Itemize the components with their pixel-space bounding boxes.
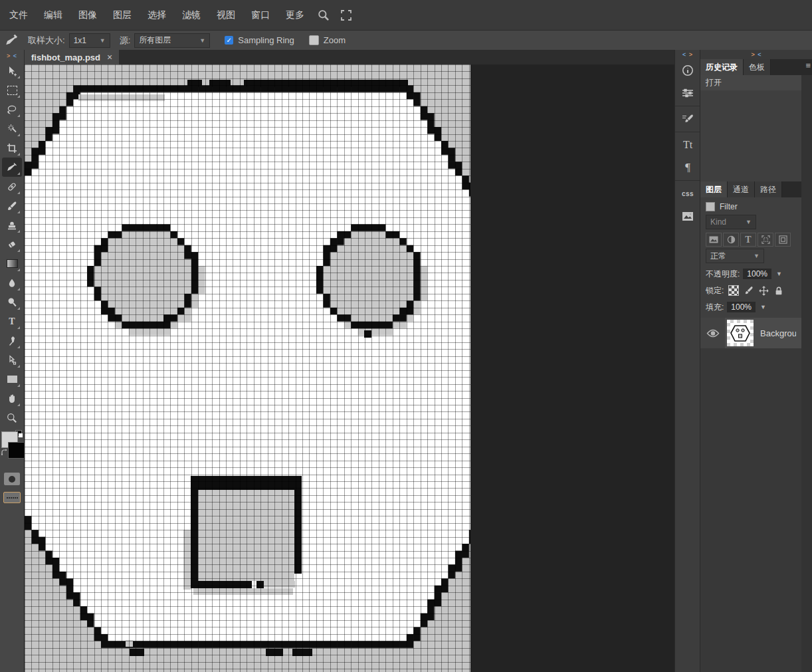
document-tab[interactable]: fishbot_map.psd × (25, 50, 119, 64)
character-panel-button[interactable]: Tt (675, 134, 700, 156)
marquee-select-tool[interactable] (2, 80, 22, 100)
lock-transparency-icon[interactable] (728, 285, 739, 296)
menu-filter[interactable]: 滤镜 (174, 0, 209, 30)
pen-tool[interactable] (2, 331, 22, 350)
sampling-ring-checkbox[interactable]: ✓ Sampling Ring (225, 35, 294, 45)
zoom-label: Zoom (324, 35, 346, 45)
brush-settings-panel-button[interactable] (675, 108, 700, 130)
source-dropdown[interactable]: 所有图层▼ (134, 33, 210, 48)
subtool-indicator (17, 230, 20, 233)
rail-collapse-handle[interactable]: < > (682, 50, 693, 59)
layer-filter-row: Filter (700, 199, 801, 215)
nested-squares-icon (779, 235, 787, 244)
info-panel-button[interactable] (675, 59, 700, 82)
sample-size-dropdown[interactable]: 1x1▼ (69, 33, 110, 48)
layers-empty-area (700, 348, 801, 672)
filter-shape-layers-button[interactable] (758, 233, 773, 247)
dodge-tool[interactable] (2, 292, 22, 312)
blend-mode-dropdown[interactable]: 正常▼ (706, 249, 764, 263)
close-icon[interactable]: × (107, 52, 112, 62)
lasso-tool[interactable] (2, 100, 22, 119)
adjustment-icon (727, 235, 736, 244)
lock-paint-icon[interactable] (744, 286, 754, 295)
clone-stamp-tool[interactable] (2, 215, 22, 235)
filter-adjustment-layers-button[interactable] (723, 233, 739, 247)
chevron-down-icon: ▼ (746, 219, 752, 225)
history-entry-open[interactable]: 打开 (700, 75, 801, 90)
background-color-swatch[interactable] (8, 442, 25, 459)
keyboard-shortcuts-button[interactable] (3, 492, 21, 503)
tab-history[interactable]: 历史记录 (700, 59, 744, 75)
layer-thumbnail[interactable] (727, 320, 754, 346)
menu-image[interactable]: 图像 (70, 0, 105, 30)
subtool-indicator (17, 191, 20, 194)
path-select-tool[interactable] (2, 350, 22, 370)
shape-tool[interactable] (2, 370, 22, 389)
brush-settings-icon (682, 114, 694, 124)
lock-position-icon[interactable] (759, 286, 769, 296)
menu-select[interactable]: 选择 (140, 0, 174, 30)
subtool-indicator (17, 384, 20, 387)
rail-divider (675, 180, 700, 181)
opacity-value[interactable]: 100% (743, 269, 771, 279)
fullscreen-icon[interactable] (335, 0, 357, 30)
filter-kind-dropdown[interactable]: Kind▼ (706, 215, 756, 229)
menu-layer[interactable]: 图层 (105, 0, 140, 30)
gradient-tool[interactable] (2, 254, 22, 273)
menu-more[interactable]: 更多 (278, 0, 312, 30)
filter-smart-objects-button[interactable] (775, 233, 791, 247)
toolbar-collapse-handle[interactable]: > < (7, 51, 17, 60)
fill-value[interactable]: 100% (727, 302, 756, 312)
chevron-down-icon[interactable]: ▼ (776, 271, 782, 277)
crop-tool[interactable] (2, 138, 22, 158)
source-label: 源: (120, 35, 131, 47)
eyedropper-tool[interactable] (2, 158, 22, 177)
panel-icon-rail: < > Tt ¶ css (674, 50, 700, 672)
tab-paths[interactable]: 路径 (755, 181, 782, 197)
menu-window[interactable]: 窗口 (243, 0, 278, 30)
chevron-down-icon[interactable]: ▼ (760, 304, 766, 310)
adjustments-panel-button[interactable] (675, 82, 700, 104)
rail-divider (675, 132, 700, 132)
image-panel-button[interactable] (675, 205, 700, 227)
history-panel-tabs: 历史记录 色板 (700, 59, 812, 75)
lock-all-icon[interactable] (774, 286, 783, 296)
menu-view[interactable]: 视图 (209, 0, 243, 30)
options-bar: 取样大小: 1x1▼ 源: 所有图层▼ ✓ Sampling Ring Zoom (0, 31, 812, 51)
move-tool[interactable] (2, 61, 22, 80)
healing-brush-tool[interactable] (2, 177, 22, 196)
quick-mask-button[interactable] (4, 473, 20, 485)
blur-tool[interactable] (2, 273, 22, 292)
filter-pixel-layers-button[interactable] (706, 233, 722, 247)
magic-wand-tool[interactable] (2, 119, 22, 138)
tab-layers[interactable]: 图层 (700, 181, 728, 197)
menu-edit[interactable]: 编辑 (36, 0, 70, 30)
document-tab-strip: fishbot_map.psd × (24, 50, 674, 64)
lock-row: 锁定: (700, 282, 801, 299)
tab-swatches[interactable]: 色板 (744, 59, 771, 75)
zoom-tool[interactable] (2, 408, 22, 427)
layer-row-background[interactable]: Background (700, 318, 801, 348)
right-panel: > < 历史记录 色板 ≡ 打开 图层 通道 路径 Filter Kind▼ (700, 50, 812, 672)
tab-channels[interactable]: 通道 (728, 181, 755, 197)
color-swatches (0, 430, 24, 467)
document-area: fishbot_map.psd × (24, 50, 674, 672)
filter-checkbox[interactable] (706, 202, 715, 211)
layer-filter-type-icons: T (706, 233, 812, 247)
hand-tool[interactable] (2, 389, 22, 408)
filter-type-layers-button[interactable]: T (740, 233, 756, 247)
css-panel-button[interactable]: css (675, 182, 700, 205)
panel-menu-icon[interactable]: ≡ (805, 60, 811, 70)
layer-visibility-toggle[interactable] (700, 318, 725, 348)
type-tool[interactable]: T (2, 312, 22, 331)
menu-file[interactable]: 文件 (1, 0, 36, 30)
panel-collapse-header[interactable]: > < (700, 50, 812, 59)
canvas-viewport[interactable] (25, 64, 470, 672)
search-icon[interactable] (312, 0, 335, 30)
brush-tool[interactable] (2, 196, 22, 215)
eraser-tool[interactable] (2, 235, 22, 254)
subtool-indicator (17, 172, 20, 175)
zoom-checkbox[interactable]: Zoom (309, 35, 346, 45)
subtool-indicator (17, 269, 20, 271)
paragraph-panel-button[interactable]: ¶ (675, 156, 700, 179)
